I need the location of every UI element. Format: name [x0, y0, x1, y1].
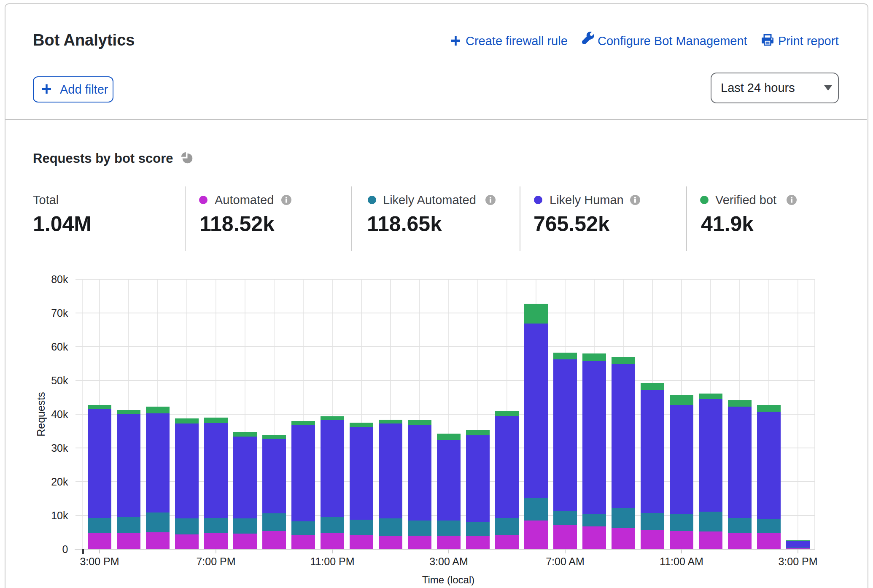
svg-text:3:00 PM: 3:00 PM [778, 556, 817, 567]
svg-text:50k: 50k [51, 375, 68, 386]
svg-text:20k: 20k [51, 476, 68, 488]
svg-text:70k: 70k [51, 307, 68, 319]
svg-text:11:00 AM: 11:00 AM [660, 556, 703, 567]
svg-text:Requests: Requests [35, 392, 47, 437]
svg-text:11:00 PM: 11:00 PM [310, 556, 354, 567]
svg-text:0: 0 [62, 543, 68, 555]
svg-text:3:00 AM: 3:00 AM [429, 556, 468, 567]
svg-text:Time (local): Time (local) [422, 574, 474, 585]
svg-text:7:00 AM: 7:00 AM [546, 556, 585, 567]
svg-text:30k: 30k [51, 442, 68, 454]
svg-text:80k: 80k [51, 273, 68, 285]
svg-text:7:00 PM: 7:00 PM [196, 556, 235, 567]
svg-text:40k: 40k [51, 408, 68, 420]
svg-text:10k: 10k [51, 510, 68, 521]
svg-text:60k: 60k [51, 341, 68, 353]
svg-text:3:00 PM: 3:00 PM [80, 556, 119, 567]
